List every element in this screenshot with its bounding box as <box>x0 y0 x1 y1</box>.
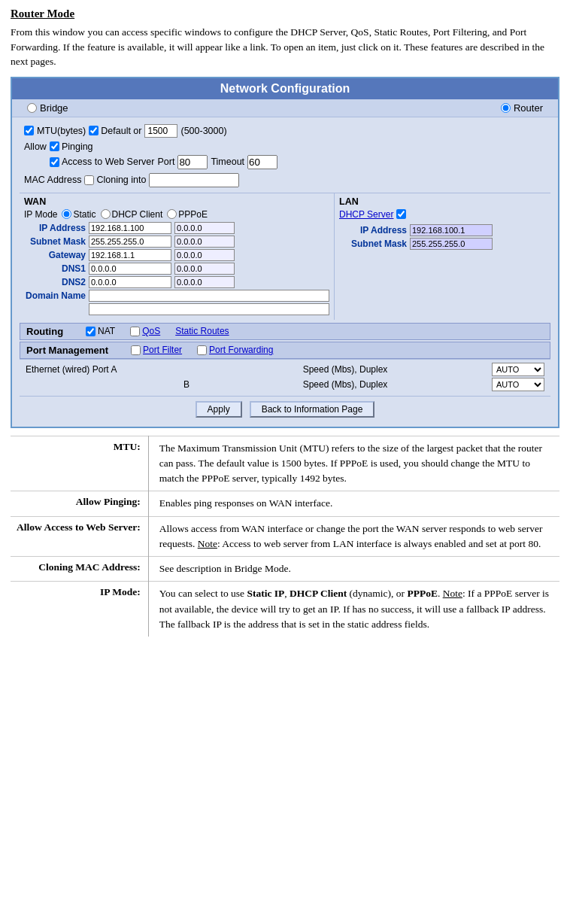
bridge-radio[interactable] <box>27 103 37 113</box>
port-mgmt-label: Port Management <box>26 345 108 356</box>
mtu-checkbox[interactable] <box>24 126 34 135</box>
router-radio-label[interactable]: Router <box>501 102 543 114</box>
term-pinging: Allow Pinging: <box>11 491 148 516</box>
static-radio[interactable] <box>62 209 71 219</box>
mac-clone-input[interactable] <box>149 173 239 187</box>
domain-row: Domain Name <box>24 290 329 302</box>
def-mtu: The Maximum Transmission Unit (MTU) refe… <box>148 436 559 491</box>
mtu-input[interactable] <box>144 124 177 138</box>
lan-subnet-row: Subnet Mask <box>339 238 570 250</box>
ip-mode-label: IP Mode <box>24 209 57 220</box>
desc-ip-mode: IP Mode: You can select to use Static IP… <box>11 582 559 637</box>
port-filter-link[interactable]: Port Filter <box>143 345 182 355</box>
back-button[interactable]: Back to Information Page <box>250 401 375 418</box>
desc-pinging: Allow Pinging: Enables ping responses on… <box>11 491 559 516</box>
wan-section: WAN IP Mode Static DHCP Client <box>20 193 335 320</box>
wan-ip-row: IP Address <box>24 222 329 234</box>
bridge-label: Bridge <box>40 102 68 114</box>
mtu-row: MTU(bytes) Default or (500-3000) <box>20 122 550 140</box>
mtu-checkbox-label[interactable] <box>24 126 34 135</box>
term-ip-mode: IP Mode: <box>11 582 148 637</box>
wan-gateway-alt[interactable] <box>174 249 235 261</box>
wan-subnet-alt[interactable] <box>174 236 235 248</box>
web-access-label[interactable]: Access to Web Server <box>50 157 154 167</box>
wan-dns1-row: DNS1 <box>24 263 329 275</box>
apply-button[interactable]: Apply <box>196 401 242 418</box>
timeout-input[interactable] <box>247 155 277 169</box>
routing-row: Routing NAT QoS Static Routes <box>20 323 550 340</box>
cloning-checkbox[interactable] <box>84 175 94 185</box>
timeout-label: Timeout <box>211 157 244 167</box>
dhcp-server-link[interactable]: DHCP Server <box>339 209 393 220</box>
wan-dns2-label: DNS2 <box>24 277 86 287</box>
wan-dns1-alt[interactable] <box>174 263 235 275</box>
pinging-label[interactable]: Pinging <box>50 141 93 152</box>
wan-subnet-input[interactable] <box>89 236 171 248</box>
nat-checkbox[interactable] <box>86 327 96 336</box>
wan-lan-section: WAN IP Mode Static DHCP Client <box>20 193 550 320</box>
ethernet-section: Ethernet (wired) Port A Speed (Mbs), Dup… <box>20 359 550 396</box>
term-mac: Cloning MAC Address: <box>11 557 148 582</box>
mtu-default-checkbox[interactable] <box>89 126 99 135</box>
mtu-range: (500-3000) <box>180 126 226 136</box>
allow-label: Allow <box>24 141 47 152</box>
wan-dns1-label: DNS1 <box>24 263 86 274</box>
wan-gateway-input[interactable] <box>89 249 171 261</box>
mtu-label: MTU(bytes) <box>37 126 86 136</box>
domain-label: Domain Name <box>24 290 86 301</box>
port-filter-checkbox[interactable] <box>131 345 141 355</box>
intro-text: From this window you can access specific… <box>11 25 559 69</box>
wan-dns1-input[interactable] <box>89 263 171 275</box>
port-fwd-link[interactable]: Port Forwarding <box>209 345 273 355</box>
dhcp-client-radio[interactable] <box>101 209 111 219</box>
wan-dns2-alt[interactable] <box>174 276 235 288</box>
bridge-router-row: Bridge Router <box>12 99 558 117</box>
static-routes-link[interactable]: Static Routes <box>175 326 229 336</box>
lan-ip-row: IP Address <box>339 224 570 236</box>
wan-ip-input[interactable] <box>89 222 171 234</box>
routing-label: Routing <box>26 326 63 337</box>
network-config-panel: Network Configuration Bridge Router MTU(… <box>11 77 559 428</box>
def-pinging: Enables ping responses on WAN interface. <box>148 491 559 516</box>
eth-a-label: Ethernet (wired) Port A <box>26 364 199 375</box>
pinging-checkbox[interactable] <box>50 141 59 151</box>
page-title: Router Mode <box>11 8 559 20</box>
eth-a-row: Ethernet (wired) Port A Speed (Mbs), Dup… <box>26 363 544 376</box>
web-access-checkbox[interactable] <box>50 157 59 167</box>
wan-dns2-input[interactable] <box>89 276 171 288</box>
cloning-label[interactable]: Cloning into <box>84 175 146 185</box>
eth-b-label: B <box>26 379 199 390</box>
wan-subnet-row: Subnet Mask <box>24 236 329 248</box>
domain-input2[interactable] <box>89 303 329 315</box>
domain-row2 <box>24 303 329 315</box>
port-input[interactable] <box>177 155 208 169</box>
wan-dns2-row: DNS2 <box>24 276 329 288</box>
term-web-access: Allow Access to Web Server: <box>11 516 148 557</box>
web-access-row: Access to Web Server Port Timeout <box>20 153 550 171</box>
domain-input[interactable] <box>89 290 329 302</box>
qos-link[interactable]: QoS <box>142 326 160 336</box>
eth-b-select[interactable]: AUTO 10/Half 10/Full 100/Half 100/Full <box>492 378 544 391</box>
bridge-radio-label[interactable]: Bridge <box>27 102 68 114</box>
description-table: MTU: The Maximum Transmission Unit (MTU)… <box>11 436 559 637</box>
dhcp-server-checkbox[interactable] <box>396 209 406 219</box>
qos-checkbox[interactable] <box>130 327 140 336</box>
pppoe-radio[interactable] <box>167 209 177 219</box>
port-label: Port <box>157 157 174 167</box>
wan-header: WAN <box>24 196 329 207</box>
lan-subnet-input[interactable] <box>410 238 493 250</box>
wan-ip-alt[interactable] <box>174 222 235 234</box>
port-fwd-checkbox[interactable] <box>197 345 207 355</box>
eth-a-select[interactable]: AUTO 10/Half 10/Full 100/Half 100/Full <box>492 363 544 376</box>
allow-row: Allow Pinging <box>20 140 550 153</box>
router-radio[interactable] <box>501 103 511 113</box>
lan-ip-input[interactable] <box>410 224 493 236</box>
apply-row: Apply Back to Information Page <box>20 396 550 422</box>
def-ip-mode: You can select to use Static IP, DHCP Cl… <box>148 582 559 637</box>
mtu-default-label: Default or <box>89 126 141 136</box>
lan-ip-label: IP Address <box>339 225 407 236</box>
wan-gateway-row: Gateway <box>24 249 329 261</box>
wan-ip-label: IP Address <box>24 223 86 233</box>
term-mtu: MTU: <box>11 436 148 491</box>
nat-label: NAT <box>98 326 115 336</box>
